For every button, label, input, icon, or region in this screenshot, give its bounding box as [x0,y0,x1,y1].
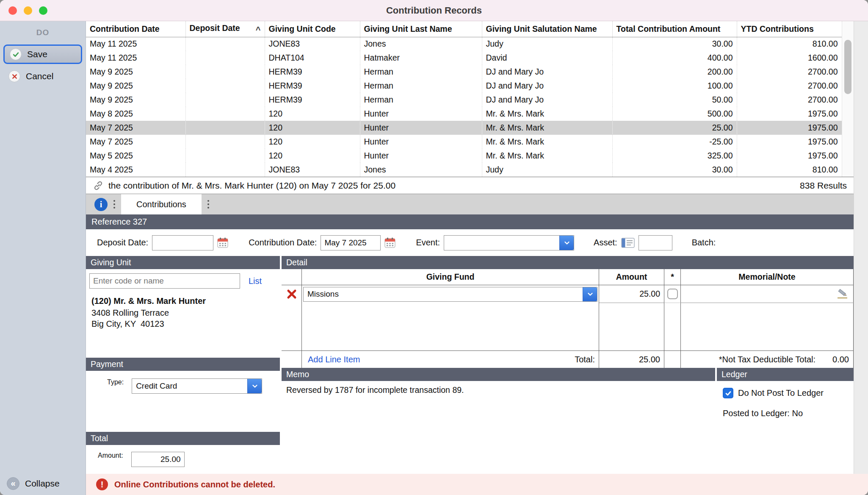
table-cell: 120 [265,149,360,163]
info-icon[interactable]: i [94,198,108,211]
table-row[interactable]: May 9 2025HERM39HermanDJ and Mary Jo50.0… [86,93,842,107]
asset-label: Asset: [594,238,617,248]
column-header-not-tax-deductible: * [664,269,681,285]
table-row[interactable]: May 4 2025JONE83JonesJudy30.00810.00 [86,163,842,177]
table-cell: JONE83 [265,163,360,177]
calendar-icon[interactable] [384,236,396,249]
table-cell: Hunter [360,121,482,135]
table-row[interactable]: May 7 2025120HunterMr. & Mrs. Mark-25.00… [86,135,842,149]
table-cell: Hunter [360,135,482,149]
records-table-header-row: Contribution Date ^Deposit Date Giving U… [86,21,842,37]
column-header-total-contribution-amount[interactable]: Total Contribution Amount [612,21,737,37]
giving-unit-search-input[interactable] [89,273,240,289]
zoom-window-button[interactable] [39,6,47,15]
calendar-icon[interactable] [216,236,229,249]
reference-bar: Reference 327 [86,214,854,229]
window-scrollbar-track[interactable] [854,21,868,474]
table-cell: Judy [482,37,612,51]
table-scrollbar-thumb[interactable] [844,40,851,94]
memorial-note-icon[interactable] [836,289,849,299]
table-cell [185,107,265,121]
warning-icon: ! [96,478,108,490]
table-cell: -25.00 [612,135,737,149]
ntd-checkbox[interactable] [667,289,678,299]
table-cell: May 8 2025 [86,107,185,121]
total-amount-input[interactable] [131,452,185,467]
table-cell: 200.00 [612,65,737,79]
column-header-contribution-date[interactable]: Contribution Date [86,21,185,37]
table-cell: 1975.00 [737,135,842,149]
selection-status-row: the contribution of Mr. & Mrs. Mark Hunt… [86,177,854,194]
column-header-giving-unit-salutation-name[interactable]: Giving Unit Salutation Name [482,21,612,37]
detail-header-spacer [282,269,302,285]
table-row[interactable]: May 8 2025120HunterMr. & Mrs. Mark500.00… [86,107,842,121]
table-cell: Judy [482,163,612,177]
table-cell: 1600.00 [737,51,842,65]
tab-options-dots-icon[interactable] [207,200,209,209]
tab-bar: i Contributions [86,194,854,214]
memo-text[interactable]: Reversed by 1787 for incomplete transact… [282,381,715,474]
do-not-post-checkbox[interactable] [723,388,733,398]
save-button[interactable]: Save [3,44,82,64]
contribution-records-window: Contribution Records DO Save Cancel « Co… [0,0,868,495]
table-cell: 1975.00 [737,107,842,121]
table-cell: Mr. & Mrs. Mark [482,107,612,121]
column-header-ytd-contributions[interactable]: YTD Contributions [737,21,842,37]
table-cell [185,121,265,135]
table-cell: 1975.00 [737,149,842,163]
table-cell: May 5 2025 [86,149,185,163]
table-row[interactable]: May 9 2025HERM39HermanDJ and Mary Jo100.… [86,79,842,93]
add-line-item-link[interactable]: Add Line Item [308,355,360,364]
close-window-button[interactable] [8,6,17,15]
minimize-window-button[interactable] [24,6,32,15]
table-cell: Mr. & Mrs. Mark [482,135,612,149]
detail-table-header: Giving Fund Amount * Memorial/Note [282,269,854,285]
table-cell: Herman [360,65,482,79]
deposit-date-label: Deposit Date: [97,238,148,248]
table-cell: Jones [360,37,482,51]
table-row[interactable]: May 5 2025120HunterMr. & Mrs. Mark325.00… [86,149,842,163]
table-cell: HERM39 [265,93,360,107]
detail-line-item-row: Missions 25.00 [282,285,854,303]
tab-contributions[interactable]: Contributions [121,194,202,214]
column-header-giving-unit-last-name[interactable]: Giving Unit Last Name [360,21,482,37]
chevron-down-icon[interactable] [559,236,574,250]
column-header-deposit-date[interactable]: ^Deposit Date [185,21,265,37]
link-icon [93,180,104,191]
table-row[interactable]: May 7 2025120HunterMr. & Mrs. Mark25.001… [86,121,842,135]
chevron-down-icon[interactable] [247,379,262,393]
table-cell: Hatmaker [360,51,482,65]
payment-type-label: Type: [107,378,124,386]
detail-empty-rows [282,303,854,350]
table-cell: DJ and Mary Jo [482,65,612,79]
asset-lookup-icon[interactable] [621,237,636,248]
table-cell: 2700.00 [737,93,842,107]
list-link[interactable]: List [249,276,262,286]
payment-type-select[interactable]: Credit Card [132,378,262,394]
table-scrollbar[interactable] [842,21,854,177]
collapse-sidebar-button[interactable]: « Collapse [0,472,86,495]
giving-unit-name: (120) Mr. & Mrs. Mark Hunter [91,296,276,306]
posted-to-ledger-status: Posted to Ledger: No [723,409,854,418]
table-cell [185,93,265,107]
table-row[interactable]: May 11 2025JONE83JonesJudy30.00810.00 [86,37,842,51]
giving-fund-select[interactable]: Missions [303,287,597,302]
line-item-amount[interactable]: 25.00 [599,285,664,303]
column-header-giving-unit-code[interactable]: Giving Unit Code [265,21,360,37]
table-cell: 400.00 [612,51,737,65]
payment-header: Payment [86,358,280,371]
table-cell: David [482,51,612,65]
drag-handle-dots-icon[interactable] [113,200,115,209]
delete-line-item-icon[interactable] [286,289,297,300]
cancel-button[interactable]: Cancel [3,67,82,86]
chevron-down-icon[interactable] [583,287,597,301]
table-row[interactable]: May 9 2025HERM39HermanDJ and Mary Jo200.… [86,65,842,79]
table-row[interactable]: May 11 2025DHAT104HatmakerDavid400.00160… [86,51,842,65]
asset-input[interactable] [639,235,672,250]
table-cell: Herman [360,79,482,93]
contribution-date-input[interactable] [321,235,381,250]
status-text: the contribution of Mr. & Mrs. Mark Hunt… [108,181,395,191]
event-select[interactable] [444,235,574,250]
table-cell: May 9 2025 [86,93,185,107]
deposit-date-input[interactable] [152,235,213,250]
